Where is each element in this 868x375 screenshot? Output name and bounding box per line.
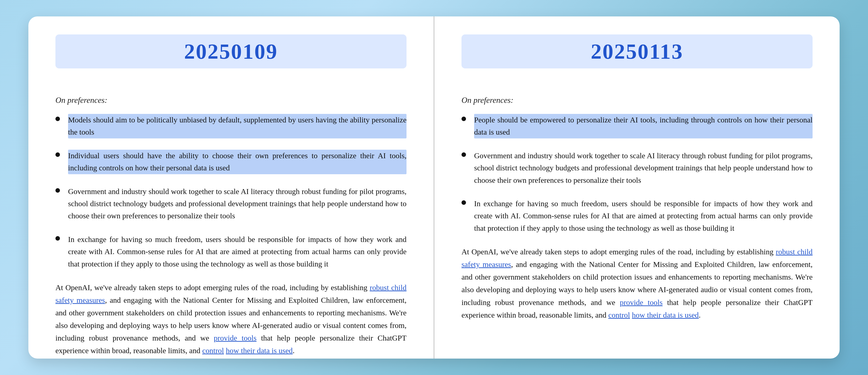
right-link-provide-tools[interactable]: provide tools [620,298,662,307]
right-title-wrapper: 20250113 [462,34,812,82]
left-paragraph: At OpenAI, we've already taken steps to … [56,281,406,357]
right-para-text-1: At OpenAI, we've already taken steps to … [462,248,776,256]
right-bullet-list: People should be empowered to personaliz… [462,114,812,234]
bullet-dot-icon [56,152,60,157]
left-bullet-text-4: In exchange for having so much freedom, … [68,233,406,270]
left-title-wrapper: 20250109 [56,34,406,82]
right-bullet-text-2: Government and industry should work toge… [474,150,812,186]
left-panel: 20250109 On preferences: Models should a… [28,16,434,359]
left-para-text-1: At OpenAI, we've already taken steps to … [56,283,370,292]
right-panel-title: 20250113 [462,34,812,68]
left-para-text-5: . [293,346,295,355]
left-link-data-used[interactable]: how their data is used [226,346,293,355]
right-link-control[interactable]: control [608,311,630,319]
left-link-provide-tools[interactable]: provide tools [214,334,256,342]
left-list-item: Government and industry should work toge… [56,185,406,222]
left-list-item: Models should aim to be politically unbi… [56,114,406,138]
bullet-dot-icon [462,116,466,121]
right-paragraph: At OpenAI, we've already taken steps to … [462,246,812,321]
right-para-text-4 [630,311,632,319]
right-panel: 20250113 On preferences: People should b… [434,16,840,359]
left-section-label: On preferences: [56,96,406,105]
bullet-dot-icon [56,116,60,121]
left-link-control[interactable]: control [202,346,224,355]
left-list-item: Individual users should have the ability… [56,150,406,174]
right-para-text-5: . [699,311,701,319]
right-list-item: People should be empowered to personaliz… [462,114,812,138]
right-link-data-used[interactable]: how their data is used [632,311,699,319]
left-bullet-text-3: Government and industry should work toge… [68,185,406,222]
right-bullet-text-3: In exchange for having so much freedom, … [474,198,812,234]
left-list-item: In exchange for having so much freedom, … [56,233,406,270]
left-para-text-4 [224,346,226,355]
right-section-label: On preferences: [462,96,812,105]
bullet-dot-icon [56,188,60,193]
right-list-item: Government and industry should work toge… [462,150,812,186]
left-panel-title: 20250109 [56,34,406,68]
left-bullet-text-1: Models should aim to be politically unbi… [68,114,406,138]
bullet-dot-icon [462,152,466,157]
left-bullet-list: Models should aim to be politically unbi… [56,114,406,270]
left-bullet-text-2: Individual users should have the ability… [68,150,406,174]
bullet-dot-icon [462,200,466,205]
right-list-item: In exchange for having so much freedom, … [462,198,812,234]
main-container: 20250109 On preferences: Models should a… [28,16,840,359]
right-bullet-text-1: People should be empowered to personaliz… [474,114,812,138]
bullet-dot-icon [56,236,60,241]
